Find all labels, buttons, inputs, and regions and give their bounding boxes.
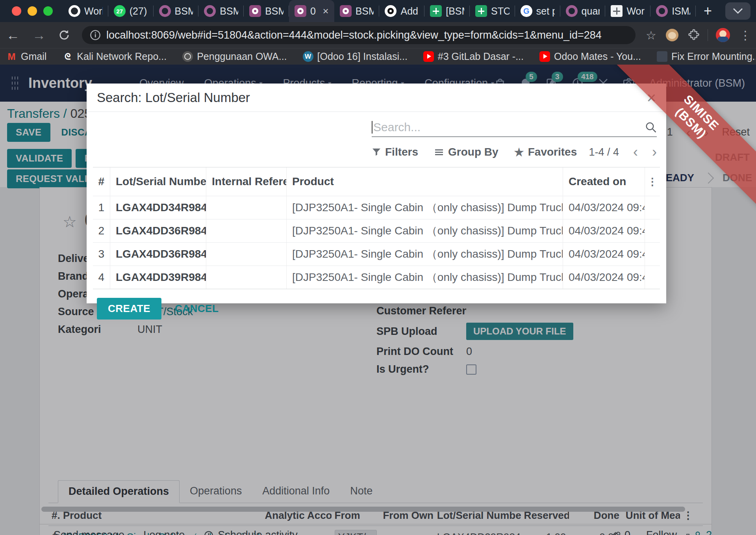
address-bar[interactable]: localhost:8069/web#id=51804&action=444&m… — [82, 26, 636, 44]
cancel-button[interactable]: CANCEL — [175, 303, 219, 315]
reload-button[interactable] — [52, 29, 76, 41]
gmail-icon: M — [6, 51, 17, 62]
tab-sheets-1[interactable]: [BSM — [424, 0, 470, 22]
tab-whatsapp[interactable]: (27) W — [108, 0, 154, 22]
extension-monkey-icon[interactable] — [661, 29, 683, 41]
tab-search-button[interactable] — [725, 2, 750, 20]
col-internal-reference[interactable]: Internal Reference — [206, 167, 287, 196]
star-icon: ★ — [514, 146, 524, 159]
col-created-on[interactable]: Created on — [563, 167, 645, 196]
pager-next-icon[interactable]: › — [652, 144, 657, 160]
optional-columns-icon[interactable]: ⋮ — [645, 167, 660, 196]
tab-odoo-bsm-4[interactable]: BSM — [334, 0, 380, 22]
tab-odoo-quan[interactable]: quan — [560, 0, 606, 22]
browser-tabstrip: Work (27) W BSM BSM BSM 0× BSM Add T [BS… — [0, 0, 756, 22]
dialog-title: Search: Lot/Serial Number — [97, 90, 250, 105]
macos-traffic-lights — [0, 6, 63, 16]
table-row[interactable]: 2 LGAX4DD36R9844807 [DJP3250A1- Single C… — [93, 219, 660, 243]
product-name: [DJP3250A1- Single Cabin （only chasiss)]… — [292, 200, 563, 215]
wordpress-icon: W — [303, 51, 313, 62]
new-tab-button[interactable]: + — [696, 3, 720, 19]
text-cursor — [372, 121, 372, 134]
screen: Work (27) W BSM BSM BSM 0× BSM Add T [BS… — [0, 0, 756, 535]
bookmark-star-icon[interactable]: ☆ — [641, 28, 661, 42]
group-by-button[interactable]: Group By — [434, 146, 498, 158]
odoo-icon — [295, 5, 306, 17]
tab-active[interactable]: 0× — [289, 0, 334, 22]
lot-number: LGAX4DD36R9844810 — [116, 248, 206, 260]
search-icon[interactable] — [645, 121, 657, 133]
search-input[interactable] — [373, 121, 645, 134]
tab-sheets-2[interactable]: STOC — [470, 0, 515, 22]
created-on: 04/03/2024 09:43:06 — [569, 225, 645, 237]
bookmark-fixerror[interactable]: Fix Error Mounting... — [657, 51, 756, 62]
google-icon — [521, 5, 532, 17]
product-name: [DJP3250A1- Single Cabin （only chasiss)]… — [292, 247, 563, 262]
created-on: 04/03/2024 09:43:06 — [569, 201, 645, 214]
tab-chatgpt[interactable]: Add T — [379, 0, 424, 22]
filters-button[interactable]: Filters — [372, 146, 418, 158]
tab-odoo-bsm-2[interactable]: BSM — [198, 0, 244, 22]
lot-number: LGAX4DD36R9844807 — [116, 225, 206, 237]
table-row[interactable]: 4 LGAX4DD39R9844803 [DJP3250A1- Single C… — [93, 266, 660, 289]
youtube-icon — [539, 51, 550, 62]
table-row[interactable]: 1 LGAX4DD34R9844806 [DJP3250A1- Single C… — [93, 196, 660, 219]
whatsapp-icon — [114, 5, 126, 17]
spreadsheet-icon — [611, 5, 623, 17]
product-name: [DJP3250A1- Single Cabin （only chasiss)]… — [292, 223, 563, 238]
bookmark-odoo16[interactable]: W[Odoo 16] Instalasi... — [303, 51, 408, 62]
forward-button[interactable]: → — [26, 28, 52, 43]
tab-google[interactable]: set p — [515, 0, 560, 22]
chatgpt-icon — [385, 5, 397, 17]
tab-github[interactable]: Work — [63, 0, 108, 22]
window-minimize-button[interactable] — [28, 6, 37, 16]
pager-range: 1-4 / 4 — [589, 146, 619, 158]
lot-number: LGAX4DD34R9844806 — [116, 201, 206, 214]
bookmark-gitlab[interactable]: #3 GitLab Dasar -... — [423, 51, 524, 62]
create-button[interactable]: CREATE — [97, 298, 161, 320]
lot-serial-table: # Lot/Serial Number Internal Reference P… — [93, 167, 660, 289]
table-row[interactable]: 3 LGAX4DD36R9844810 [DJP3250A1- Single C… — [93, 243, 660, 266]
search-lot-serial-dialog: Search: Lot/Serial Number × Filters — [87, 84, 666, 303]
col-index: # — [93, 167, 110, 196]
pager-prev-icon[interactable]: ‹ — [633, 144, 638, 160]
tab-odoo-isma[interactable]: ISMA — [650, 0, 696, 22]
browser-toolbar: ← → localhost:8069/web#id=51804&action=4… — [0, 22, 756, 48]
tab-close-icon[interactable]: × — [322, 5, 329, 17]
globe-icon — [182, 51, 193, 62]
bookmarks-bar: MGmail ᘓKali Network Repo... Penggunaan … — [0, 48, 756, 65]
window-close-button[interactable] — [12, 6, 21, 16]
site-info-icon[interactable] — [90, 30, 101, 41]
tab-odoo-bsm-3[interactable]: BSM — [244, 0, 289, 22]
col-product[interactable]: Product — [287, 167, 563, 196]
created-on: 04/03/2024 09:43:06 — [569, 248, 645, 260]
col-lot-serial[interactable]: Lot/Serial Number — [110, 167, 206, 196]
bookmark-kali[interactable]: ᘓKali Network Repo... — [62, 51, 167, 62]
odoo-icon — [159, 5, 171, 17]
bookmark-odoomates[interactable]: Odoo Mates - You... — [539, 51, 641, 62]
bookmark-gmail[interactable]: MGmail — [6, 51, 46, 62]
tab-list: Work (27) W BSM BSM BSM 0× BSM Add T [BS… — [63, 0, 720, 22]
sheets-icon — [430, 5, 442, 17]
extensions-puzzle-icon[interactable] — [683, 29, 704, 41]
profile-avatar[interactable] — [711, 28, 735, 42]
filter-funnel-icon — [372, 147, 381, 157]
favorites-button[interactable]: ★ Favorites — [514, 146, 577, 159]
search-box — [372, 118, 657, 137]
youtube-icon — [423, 51, 434, 62]
back-button[interactable]: ← — [0, 28, 26, 43]
browser-menu-icon[interactable]: ⋮ — [735, 28, 756, 42]
toolbar-divider — [708, 29, 708, 41]
chevron-down-icon — [733, 8, 743, 14]
page-icon — [657, 51, 667, 62]
lot-number: LGAX4DD39R9844803 — [116, 271, 206, 284]
odoo-icon — [566, 5, 578, 17]
reload-icon — [58, 29, 70, 41]
odoo-icon — [340, 5, 352, 17]
tab-work[interactable]: Work — [605, 0, 650, 22]
bookmark-owa[interactable]: Penggunaan OWA... — [182, 51, 287, 62]
window-zoom-button[interactable] — [43, 6, 53, 16]
odoo-icon — [656, 5, 668, 17]
tab-odoo-bsm-1[interactable]: BSM — [154, 0, 199, 22]
created-on: 04/03/2024 09:43:06 — [569, 271, 645, 284]
